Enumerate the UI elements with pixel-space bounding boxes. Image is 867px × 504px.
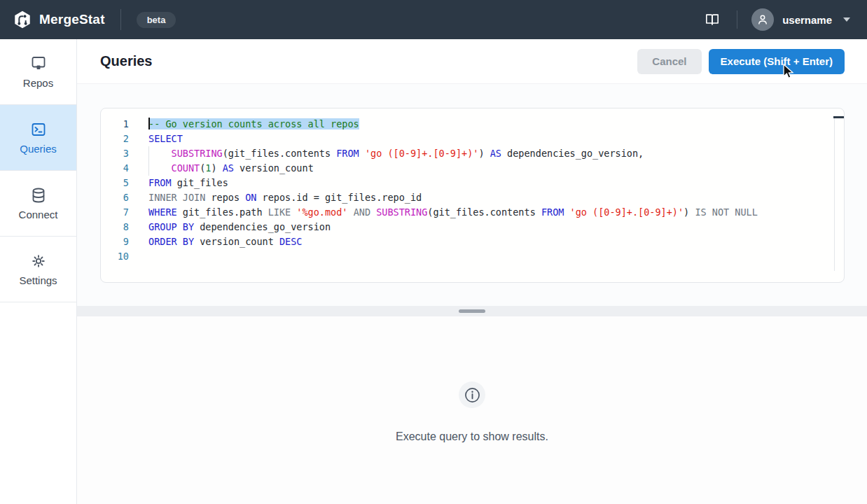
header-divider (120, 9, 121, 30)
code-line-text: COUNT(1) AS version_count (148, 161, 314, 176)
sidebar-item-repos[interactable]: Repos (0, 39, 76, 105)
code-line[interactable]: 3 SUBSTRING(git_files.contents FROM 'go … (101, 146, 844, 161)
line-number: 5 (101, 176, 139, 190)
execute-button[interactable]: Execute (Shift + Enter) (709, 49, 845, 74)
header-divider (737, 10, 737, 29)
code-line-text: INNER JOIN repos ON repos.id = git_files… (148, 190, 422, 205)
editor-section: 1-- Go version counts across all repos2S… (77, 84, 867, 306)
line-number: 3 (101, 146, 139, 161)
mergestat-logo-icon (13, 10, 32, 29)
top-navbar: MergeStat beta username (0, 0, 867, 39)
avatar (751, 8, 774, 31)
code-line-text: GROUP BY dependencies_go_version (148, 220, 331, 234)
code-line[interactable]: 9ORDER BY version_count DESC (101, 234, 844, 249)
sidebar-item-label: Queries (20, 143, 57, 155)
user-menu[interactable]: username (751, 8, 850, 31)
info-icon (459, 382, 485, 408)
line-number: 10 (101, 249, 139, 264)
sidebar-item-queries[interactable]: Queries (0, 105, 76, 171)
code-line-text: SUBSTRING(git_files.contents FROM 'go ([… (148, 146, 644, 161)
beta-badge: beta (137, 12, 176, 28)
code-line[interactable]: 10 (101, 249, 844, 264)
page-title: Queries (100, 53, 152, 69)
gear-icon (30, 253, 47, 270)
drag-handle-icon[interactable] (459, 309, 485, 313)
line-number: 2 (101, 132, 139, 146)
username-label: username (782, 14, 832, 26)
repo-icon (30, 55, 47, 72)
scrollbar-track (834, 117, 835, 271)
sidebar-item-label: Settings (19, 274, 57, 286)
code-line-text: FROM git_files (148, 176, 228, 190)
code-line-text: SELECT (148, 132, 183, 146)
page-header: Queries Cancel Execute (Shift + Enter) (77, 39, 867, 84)
empty-results-message: Execute query to show results. (396, 430, 548, 443)
terminal-icon (30, 121, 47, 138)
code-line-text: -- Go version counts across all repos (148, 117, 359, 132)
code-line[interactable]: 4 COUNT(1) AS version_count (101, 161, 844, 176)
pane-resizer[interactable] (77, 306, 867, 316)
code-line[interactable]: 1-- Go version counts across all repos (101, 117, 844, 132)
sql-editor[interactable]: 1-- Go version counts across all repos2S… (100, 108, 845, 283)
code-line-text: ORDER BY version_count DESC (148, 234, 302, 249)
sidebar-item-label: Connect (19, 209, 58, 220)
code-line[interactable]: 6INNER JOIN repos ON repos.id = git_file… (101, 190, 844, 205)
sidebar-item-settings[interactable]: Settings (0, 237, 76, 302)
line-number: 1 (101, 117, 139, 132)
line-number: 6 (101, 190, 139, 205)
code-line[interactable]: 7WHERE git_files.path LIKE '%go.mod' AND… (101, 205, 844, 220)
line-number: 8 (101, 220, 139, 234)
sidebar-item-connect[interactable]: Connect (0, 171, 76, 237)
brand-name: MergeStat (39, 12, 105, 27)
sidebar-item-label: Repos (23, 77, 53, 89)
line-number: 4 (101, 161, 139, 176)
code-line[interactable]: 2SELECT (101, 132, 844, 146)
line-number: 9 (101, 234, 139, 249)
text-selection: -- Go version counts across all repos (148, 118, 359, 130)
code-line-text: WHERE git_files.path LIKE '%go.mod' AND … (148, 205, 758, 220)
cancel-button[interactable]: Cancel (637, 49, 701, 74)
code-lines: 1-- Go version counts across all repos2S… (101, 117, 844, 264)
scrollbar-thumb[interactable] (833, 116, 844, 118)
main-content: Queries Cancel Execute (Shift + Enter) 1… (77, 39, 867, 504)
results-panel: Execute query to show results. (77, 316, 867, 504)
line-number: 7 (101, 205, 139, 220)
chevron-down-icon (843, 18, 850, 22)
brand-logo[interactable]: MergeStat (13, 10, 105, 29)
docs-book-icon[interactable] (702, 10, 723, 29)
code-line[interactable]: 5FROM git_files (101, 176, 844, 190)
code-line[interactable]: 8GROUP BY dependencies_go_version (101, 220, 844, 234)
sidebar: Repos Queries Connect (0, 39, 77, 504)
database-icon (30, 187, 47, 204)
